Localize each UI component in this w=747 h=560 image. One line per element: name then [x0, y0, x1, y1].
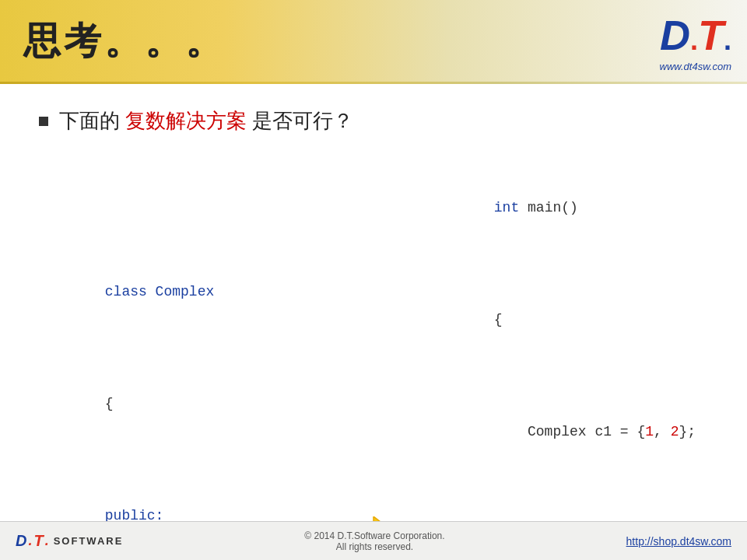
bullet-text: 下面的 复数解决方案 是否可行？ [59, 107, 353, 135]
code-right-open: { [494, 312, 503, 327]
code-left-class: class Complex [105, 284, 214, 299]
code-left-brace-open: { [105, 396, 114, 411]
slide-title: 思考。。。 [23, 16, 226, 66]
logo-dot2: . [724, 23, 731, 56]
footer-copyright-line1: © 2014 D.T.Software Corporation. [304, 530, 444, 541]
footer-copyright-line2: All rights reserved. [304, 541, 444, 552]
code-right-c1: Complex c1 = {1, 2}; [494, 424, 696, 439]
bullet-suffix: 是否可行？ [252, 109, 353, 132]
footer-logo-t: T [33, 532, 43, 550]
code-left: class Complex { public: int a; int b; }; [54, 250, 288, 560]
footer-logo-text: SOFTWARE [54, 535, 124, 547]
footer-logo: D . T . SOFTWARE [16, 532, 123, 550]
bullet-prefix: 下面的 [59, 109, 120, 132]
logo-d: D [660, 10, 690, 58]
code-area: class Complex { public: int a; int b; };… [39, 166, 708, 560]
header-logo: D . T . www.dt4sw.com [660, 10, 731, 72]
footer-logo-dot1: . [28, 533, 32, 549]
footer: D . T . SOFTWARE © 2014 D.T.Software Cor… [0, 521, 747, 560]
bullet-square [39, 117, 48, 126]
footer-copyright: © 2014 D.T.Software Corporation. All rig… [304, 530, 444, 552]
logo-url: www.dt4sw.com [660, 60, 731, 72]
main-content: 下面的 复数解决方案 是否可行？ class Complex { public:… [0, 84, 747, 560]
logo-t: T [698, 10, 724, 58]
footer-logo-dot2: . [45, 533, 49, 549]
slide-header: 思考。。。 D . T . www.dt4sw.com [0, 0, 747, 82]
footer-website[interactable]: http://shop.dt4sw.com [626, 535, 731, 548]
bullet-highlight: 复数解决方案 [125, 109, 247, 132]
footer-logo-d: D [16, 532, 26, 550]
code-right-main: int main() [494, 200, 578, 215]
bullet-line: 下面的 复数解决方案 是否可行？ [39, 107, 708, 135]
logo-dot1: . [690, 23, 698, 56]
code-right: int main() { Complex c1 = {1, 2}; Comple… [444, 166, 693, 560]
